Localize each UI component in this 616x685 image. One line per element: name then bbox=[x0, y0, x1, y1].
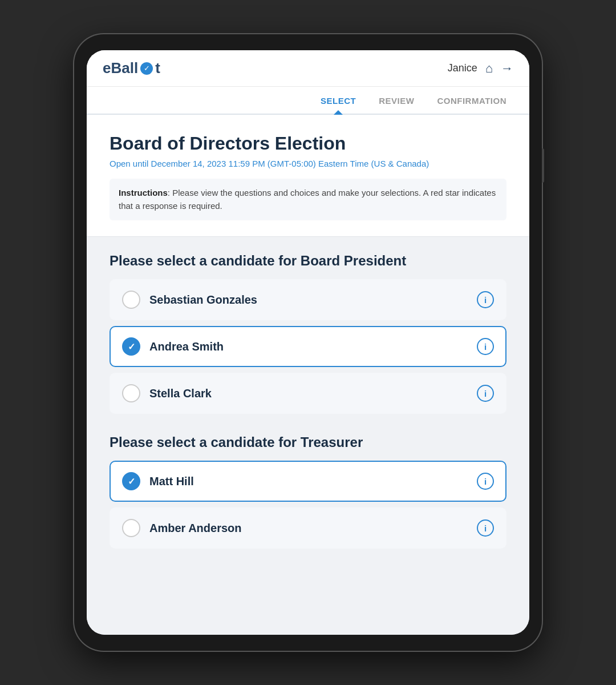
candidate-stella-name: Stella Clark bbox=[149, 387, 212, 400]
ballot-title: Board of Directors Election bbox=[110, 133, 506, 154]
candidate-andrea-name: Andrea Smith bbox=[149, 340, 224, 353]
header-right: Janice ⌂ → bbox=[448, 61, 513, 76]
logo-text-prefix: eBall bbox=[103, 59, 138, 77]
info-sebastian-icon[interactable]: i bbox=[477, 291, 494, 308]
ballot-header: Board of Directors Election Open until D… bbox=[87, 115, 529, 237]
question-president-title: Please select a candidate for Board Pres… bbox=[110, 253, 506, 269]
app-header: eBall ✓ t Janice ⌂ → bbox=[87, 50, 529, 87]
info-amber-icon[interactable]: i bbox=[477, 519, 494, 537]
logo-text-suffix: t bbox=[155, 59, 160, 77]
home-icon[interactable]: ⌂ bbox=[485, 61, 493, 76]
ballot-instructions: Instructions: Please view the questions … bbox=[110, 179, 506, 220]
username-label: Janice bbox=[448, 62, 477, 74]
logo: eBall ✓ t bbox=[103, 59, 160, 77]
questions-area: Please select a candidate for Board Pres… bbox=[87, 237, 529, 585]
candidate-amber-name: Amber Anderson bbox=[149, 522, 242, 535]
candidate-stella[interactable]: Stella Clark i bbox=[110, 373, 506, 414]
question-treasurer: Please select a candidate for Treasurer … bbox=[110, 434, 506, 549]
candidate-andrea-left: Andrea Smith bbox=[122, 337, 224, 356]
radio-andrea[interactable] bbox=[122, 337, 140, 356]
question-president: Please select a candidate for Board Pres… bbox=[110, 253, 506, 414]
candidate-matt-name: Matt Hill bbox=[149, 475, 194, 488]
logout-icon[interactable]: → bbox=[501, 61, 513, 76]
radio-sebastian[interactable] bbox=[122, 291, 140, 309]
tablet-frame: eBall ✓ t Janice ⌂ → SELECT REVIEW CONFI… bbox=[74, 34, 542, 651]
info-andrea-icon[interactable]: i bbox=[477, 338, 494, 355]
candidate-sebastian-left: Sebastian Gonzales bbox=[122, 291, 257, 309]
side-button bbox=[542, 148, 544, 183]
candidate-amber-left: Amber Anderson bbox=[122, 519, 242, 537]
main-content: SELECT REVIEW CONFIRMATION Board of Dire… bbox=[87, 87, 529, 635]
instructions-text: : Please view the questions and choices … bbox=[119, 188, 496, 211]
tab-review[interactable]: REVIEW bbox=[379, 96, 414, 114]
candidate-stella-left: Stella Clark bbox=[122, 384, 212, 402]
tablet-screen: eBall ✓ t Janice ⌂ → SELECT REVIEW CONFI… bbox=[87, 50, 529, 635]
tab-confirmation[interactable]: CONFIRMATION bbox=[437, 96, 506, 114]
info-stella-icon[interactable]: i bbox=[477, 385, 494, 402]
ballot-deadline: Open until December 14, 2023 11:59 PM (G… bbox=[110, 159, 506, 168]
logo-check-icon: ✓ bbox=[140, 62, 153, 75]
radio-amber[interactable] bbox=[122, 519, 140, 537]
candidate-andrea[interactable]: Andrea Smith i bbox=[110, 326, 506, 367]
candidate-matt-left: Matt Hill bbox=[122, 472, 194, 490]
candidate-sebastian-name: Sebastian Gonzales bbox=[149, 293, 257, 307]
candidate-matt[interactable]: Matt Hill i bbox=[110, 461, 506, 502]
progress-tabs: SELECT REVIEW CONFIRMATION bbox=[87, 87, 529, 115]
radio-matt[interactable] bbox=[122, 472, 140, 490]
candidate-amber[interactable]: Amber Anderson i bbox=[110, 507, 506, 549]
question-treasurer-title: Please select a candidate for Treasurer bbox=[110, 434, 506, 450]
tab-select[interactable]: SELECT bbox=[321, 96, 356, 114]
info-matt-icon[interactable]: i bbox=[477, 473, 494, 490]
instructions-label: Instructions bbox=[119, 188, 168, 198]
candidate-sebastian[interactable]: Sebastian Gonzales i bbox=[110, 279, 506, 320]
radio-stella[interactable] bbox=[122, 384, 140, 402]
